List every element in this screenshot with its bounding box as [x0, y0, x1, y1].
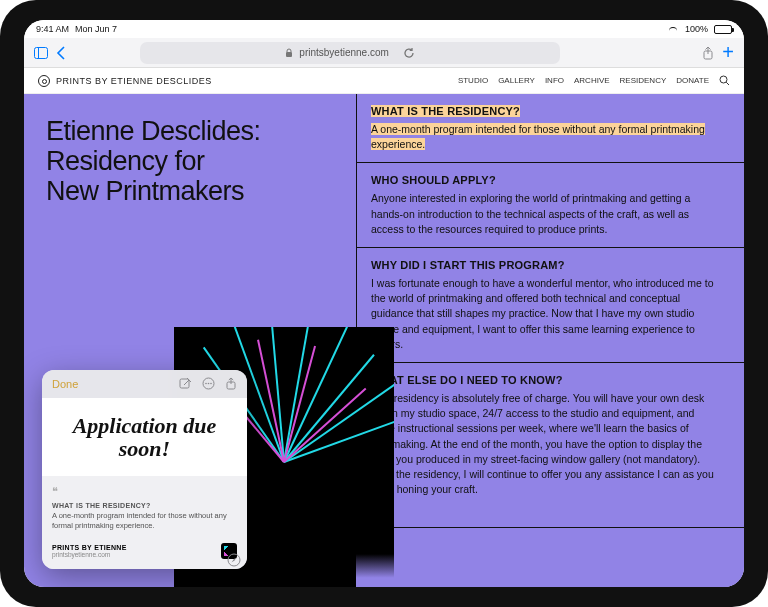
faq-item: WHY DID I START THIS PROGRAM? I was fort… — [357, 248, 744, 363]
lock-icon — [285, 48, 293, 58]
address-bar[interactable]: printsbyetienne.com — [140, 42, 560, 64]
svg-point-13 — [210, 383, 212, 385]
wifi-icon — [667, 25, 679, 34]
new-tab-button[interactable]: + — [722, 41, 734, 64]
battery-icon — [714, 25, 732, 34]
faq-answer: I was fortunate enough to have a wonderf… — [371, 276, 720, 352]
note-source[interactable]: PRINTS BY ETIENNE printsbyetienne.com — [42, 537, 247, 569]
svg-rect-7 — [180, 379, 189, 388]
ipad-device-frame: 9:41 AM Mon Jun 7 100% printsbyetienne. — [0, 0, 768, 607]
svg-line-9 — [184, 380, 189, 385]
svg-marker-17 — [232, 558, 237, 563]
nav-archive[interactable]: ARCHIVE — [574, 76, 610, 85]
reload-icon[interactable] — [403, 47, 415, 59]
search-icon[interactable] — [719, 75, 730, 86]
quote-icon: ❝ — [52, 484, 237, 499]
safari-toolbar: printsbyetienne.com + — [24, 38, 744, 68]
page-content: Etienne Desclides: Residency for New Pri… — [24, 94, 744, 587]
snippet-body: A one-month program intended for those w… — [52, 511, 237, 531]
right-column: WHAT IS THE RESIDENCY? A one-month progr… — [356, 94, 744, 587]
svg-point-11 — [205, 383, 207, 385]
faq-answer[interactable]: A one-month program intended for those w… — [371, 123, 705, 150]
faq-answer: Anyone interested in exploring the world… — [371, 191, 720, 237]
quick-note-toolbar: Done — [42, 370, 247, 398]
page-title: Etienne Desclides: Residency for New Pri… — [46, 116, 356, 207]
nav-residency[interactable]: RESIDENCY — [620, 76, 667, 85]
svg-rect-0 — [35, 47, 48, 58]
screen: 9:41 AM Mon Jun 7 100% printsbyetienne. — [24, 20, 744, 587]
quick-note-window[interactable]: Done Application due soon! — [42, 370, 247, 569]
note-body[interactable]: Application due soon! — [42, 398, 247, 476]
faq-answer: This residency is absolutely free of cha… — [371, 391, 720, 498]
site-header: PRINTS BY ETIENNE DESCLIDES STUDIO GALLE… — [24, 68, 744, 94]
svg-rect-2 — [286, 52, 292, 57]
source-title: PRINTS BY ETIENNE — [52, 544, 127, 551]
safari-compass-icon — [227, 553, 241, 567]
svg-line-6 — [726, 82, 729, 85]
battery-percent: 100% — [685, 24, 708, 34]
sidebar-button[interactable] — [34, 47, 48, 59]
handwriting-text: Application due soon! — [50, 414, 239, 460]
faq-item: WHO SHOULD APPLY? Anyone interested in e… — [357, 163, 744, 248]
faq-question: WHO SHOULD APPLY? — [371, 173, 720, 189]
site-brand[interactable]: PRINTS BY ETIENNE DESCLIDES — [38, 75, 212, 87]
source-url: printsbyetienne.com — [52, 551, 127, 558]
brand-logo-icon — [38, 75, 50, 87]
ellipsis-icon[interactable] — [202, 377, 215, 392]
status-time: 9:41 AM — [36, 24, 69, 34]
status-bar: 9:41 AM Mon Jun 7 100% — [24, 20, 744, 38]
share-icon[interactable] — [225, 377, 237, 392]
address-url: printsbyetienne.com — [299, 47, 389, 58]
nav-donate[interactable]: DONATE — [676, 76, 709, 85]
nav-gallery[interactable]: GALLERY — [498, 76, 535, 85]
note-snippet[interactable]: ❝ WHAT IS THE RESIDENCY? A one-month pro… — [42, 476, 247, 537]
faq-question[interactable]: WHAT IS THE RESIDENCY? — [371, 105, 520, 117]
snippet-heading: WHAT IS THE RESIDENCY? — [52, 501, 237, 510]
faq-question: WHY DID I START THIS PROGRAM? — [371, 258, 720, 274]
site-nav: STUDIO GALLERY INFO ARCHIVE RESIDENCY DO… — [458, 75, 730, 86]
faq-item: WHAT IS THE RESIDENCY? A one-month progr… — [357, 94, 744, 163]
brand-name: PRINTS BY ETIENNE DESCLIDES — [56, 76, 212, 86]
faq-question: WHAT ELSE DO I NEED TO KNOW? — [371, 373, 720, 389]
share-button[interactable] — [702, 46, 714, 60]
nav-studio[interactable]: STUDIO — [458, 76, 488, 85]
nav-info[interactable]: INFO — [545, 76, 564, 85]
back-button[interactable] — [56, 46, 65, 60]
faq-item: WHAT ELSE DO I NEED TO KNOW? This reside… — [357, 363, 744, 528]
status-date: Mon Jun 7 — [75, 24, 117, 34]
svg-point-5 — [720, 76, 727, 83]
done-button[interactable]: Done — [52, 378, 78, 390]
compose-icon[interactable] — [179, 377, 192, 392]
svg-point-12 — [208, 383, 210, 385]
